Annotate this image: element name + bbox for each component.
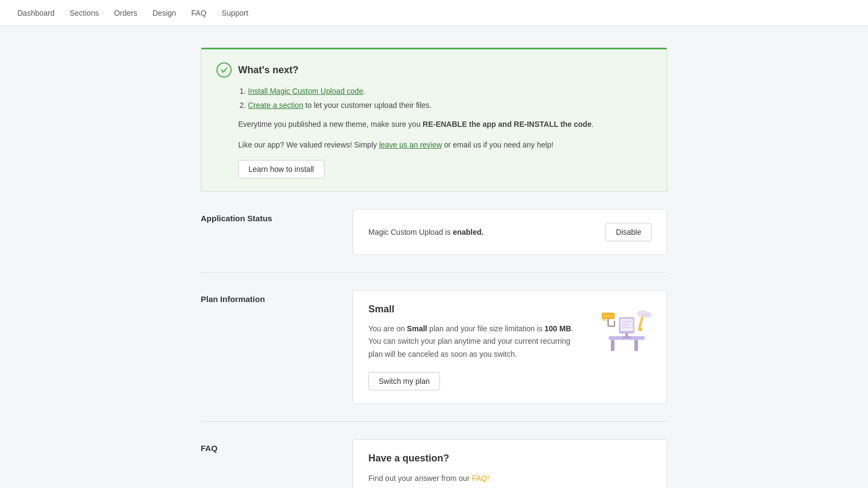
review-link[interactable]: leave us an review xyxy=(379,140,442,149)
status-row: Magic Custom Upload is enabled. Disable xyxy=(368,223,652,241)
nav-dashboard[interactable]: Dashboard xyxy=(17,7,55,20)
whats-next-title: What's next? xyxy=(238,65,298,76)
nav-faq[interactable]: FAQ xyxy=(192,7,207,20)
learn-how-to-install-button[interactable]: Learn how to install xyxy=(238,160,324,178)
disable-button[interactable]: Disable xyxy=(605,223,652,241)
whats-next-header: What's next? xyxy=(216,62,652,78)
faq-section: FAQ Have a question? Find out your answe… xyxy=(201,439,667,488)
plan-information-card: Small You are on Small plan and your fil… xyxy=(353,290,667,404)
faq-line1-prefix: Find out your answer from our xyxy=(368,474,472,483)
whats-next-body: Install Magic Custom Upload code. Create… xyxy=(238,85,652,178)
main-content: What's next? Install Magic Custom Upload… xyxy=(190,26,678,488)
faq-link[interactable]: FAQ! xyxy=(472,474,489,483)
review-suffix: or email us if you need any help! xyxy=(442,140,553,149)
review-text: Like our app? We valued reviews! Simply … xyxy=(238,139,652,151)
plan-description: You are on Small plan and your file size… xyxy=(368,323,586,361)
faq-card: Have a question? Find out your answer fr… xyxy=(353,439,667,488)
faq-text: Find out your answer from our FAQ! Or co… xyxy=(368,472,652,488)
status-value: enabled. xyxy=(453,228,484,236)
svg-rect-2 xyxy=(634,339,638,351)
plan-desc-middle: plan and your file size limitation is xyxy=(427,324,544,333)
step-2: Create a section to let your customer up… xyxy=(248,99,652,111)
application-status-label: Application Status xyxy=(201,209,353,223)
plan-desc-line2: You can switch your plan anytime and you… xyxy=(368,337,570,358)
create-section-link[interactable]: Create a section xyxy=(248,101,303,110)
plan-illustration xyxy=(597,304,652,352)
install-code-link[interactable]: Install Magic Custom Upload code xyxy=(248,87,363,95)
svg-rect-11 xyxy=(603,313,614,318)
nav-design[interactable]: Design xyxy=(152,7,176,20)
plan-info-left: Small You are on Small plan and your fil… xyxy=(368,304,586,390)
step-1: Install Magic Custom Upload code. xyxy=(248,85,652,97)
review-prefix: Like our app? We valued reviews! Simply xyxy=(238,140,379,149)
svg-point-15 xyxy=(603,319,605,320)
svg-point-16 xyxy=(607,319,608,322)
important-text: Everytime you published a new theme, mak… xyxy=(238,118,652,130)
faq-title: Have a question? xyxy=(368,453,652,464)
status-prefix: Magic Custom Upload is xyxy=(368,228,453,236)
plan-desc-period: . xyxy=(571,324,573,333)
step2-suffix: to let your customer upload their files. xyxy=(305,101,432,110)
svg-rect-1 xyxy=(611,339,615,351)
svg-point-20 xyxy=(644,312,652,317)
plan-card-inner: Small You are on Small plan and your fil… xyxy=(368,304,652,390)
plan-desc-plan: Small xyxy=(407,324,427,333)
plan-desc-size: 100 MB xyxy=(545,324,571,333)
plan-information-section: Plan Information Small You are on Small … xyxy=(201,290,667,422)
switch-plan-button[interactable]: Switch my plan xyxy=(368,372,440,390)
whats-next-card: What's next? Install Magic Custom Upload… xyxy=(201,48,667,192)
status-text: Magic Custom Upload is enabled. xyxy=(368,228,483,236)
plan-information-label: Plan Information xyxy=(201,290,353,304)
plan-desc-prefix: You are on xyxy=(368,324,407,333)
svg-rect-6 xyxy=(621,318,633,331)
svg-rect-4 xyxy=(622,336,631,337)
nav-sections[interactable]: Sections xyxy=(70,7,99,20)
plan-name: Small xyxy=(368,304,586,315)
faq-label: FAQ xyxy=(201,439,353,453)
nav-support[interactable]: Support xyxy=(222,7,248,20)
application-status-card: Magic Custom Upload is enabled. Disable xyxy=(353,209,667,255)
application-status-section: Application Status Magic Custom Upload i… xyxy=(201,209,667,273)
nav-orders[interactable]: Orders xyxy=(114,7,137,20)
top-navigation: Dashboard Sections Orders Design FAQ Sup… xyxy=(0,0,868,26)
check-circle-icon xyxy=(216,62,232,78)
